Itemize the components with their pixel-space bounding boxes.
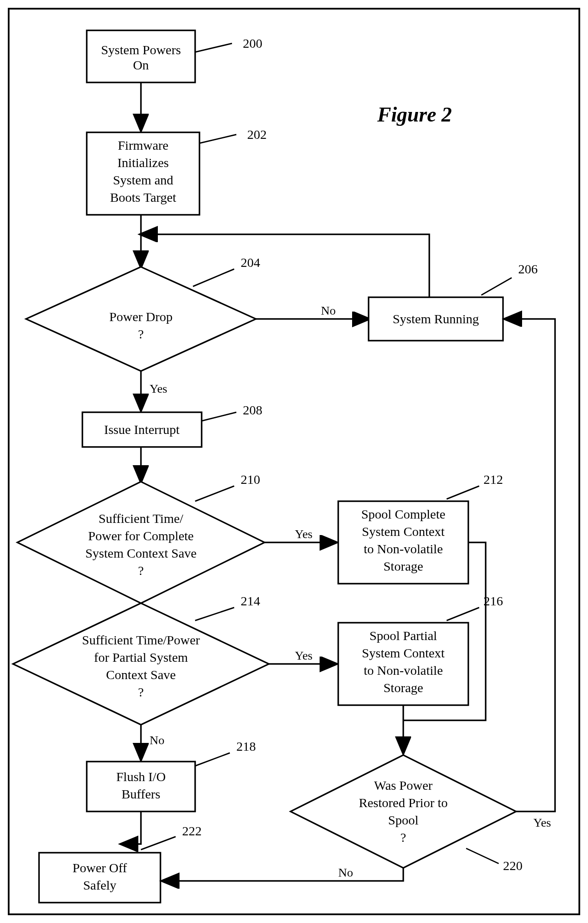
svg-text:Initializes: Initializes [118,155,169,170]
edge-218-222 [121,811,141,844]
svg-text:No: No [338,866,353,879]
svg-text:200: 200 [243,36,262,50]
svg-text:No: No [150,733,164,747]
svg-text:Spool: Spool [388,813,418,827]
svg-text:Issue Interrupt: Issue Interrupt [104,422,180,437]
svg-text:Storage: Storage [383,559,423,573]
svg-text:204: 204 [241,255,260,269]
node-214: Sufficient Time/Power for Partial System… [13,594,269,725]
svg-text:System and: System and [113,173,173,187]
svg-text:On: On [133,58,149,72]
svg-text:to Non-volatile: to Non-volatile [364,542,443,556]
svg-text:Yes: Yes [295,527,313,541]
svg-text:Boots Target: Boots Target [110,190,176,204]
svg-text:210: 210 [241,472,260,486]
svg-text:Sufficient Time/: Sufficient Time/ [98,511,183,526]
svg-text:206: 206 [518,262,538,276]
edge-220-222 [163,868,403,881]
svg-text:?: ? [138,685,144,699]
svg-text:Flush I/O: Flush I/O [116,769,166,784]
node-202: Firmware Initializes System and Boots Ta… [87,127,267,215]
node-204: Power Drop ? 204 [26,255,260,371]
svg-text:Firmware: Firmware [118,138,169,152]
node-216: Spool Partial System Context to Non-vola… [338,594,503,705]
svg-text:222: 222 [182,824,202,838]
node-222: Power Off Safely 222 [39,824,202,903]
svg-text:Spool Complete: Spool Complete [361,507,445,521]
edge-220-206 [505,319,555,811]
svg-text:?: ? [400,830,406,844]
svg-marker-58 [291,755,516,868]
svg-text:202: 202 [247,127,267,141]
node-208: Issue Interrupt 208 [82,403,262,447]
svg-text:System Context Save: System Context Save [85,546,197,560]
svg-text:Sufficient Time/Power: Sufficient Time/Power [82,633,200,647]
svg-text:?: ? [138,327,144,341]
svg-text:Power Off: Power Off [72,861,127,875]
figure-title: Figure 2 [377,103,452,126]
svg-text:218: 218 [236,739,256,753]
node-200: System Powers On 200 [87,30,262,82]
svg-text:Storage: Storage [383,680,423,695]
svg-text:Spool Partial: Spool Partial [369,628,437,643]
svg-text:214: 214 [241,594,260,608]
svg-text:Yes: Yes [150,382,167,395]
svg-text:212: 212 [483,472,503,486]
node-212: Spool Complete System Context to Non-vol… [338,472,503,584]
svg-text:220: 220 [503,858,523,873]
svg-text:Restored Prior to: Restored Prior to [359,795,448,810]
svg-text:to Non-volatile: to Non-volatile [364,663,443,677]
svg-text:208: 208 [243,403,262,417]
flowchart-figure: Figure 2 System Powers On 200 Firmware I… [0,0,588,923]
svg-text:Power for Complete: Power for Complete [88,529,193,543]
svg-text:for Partial System: for Partial System [94,650,188,664]
svg-text:System Powers: System Powers [101,43,181,57]
node-220: Was Power Restored Prior to Spool ? 220 [291,755,523,873]
node-206: System Running 206 [369,262,538,341]
svg-text:Was Power: Was Power [374,778,432,792]
svg-text:System Context: System Context [362,646,445,660]
node-210: Sufficient Time/ Power for Complete Syst… [17,472,265,603]
svg-text:Yes: Yes [295,649,313,662]
node-218: Flush I/O Buffers 218 [87,739,256,811]
svg-text:Yes: Yes [533,816,551,829]
svg-text:No: No [321,304,336,317]
svg-text:Safely: Safely [83,878,117,892]
svg-text:Power Drop: Power Drop [109,309,173,324]
svg-text:System Context: System Context [362,524,445,539]
svg-text:System Running: System Running [392,312,479,326]
svg-text:Context Save: Context Save [106,667,176,682]
svg-text:Buffers: Buffers [121,787,160,801]
svg-text:?: ? [138,563,144,578]
